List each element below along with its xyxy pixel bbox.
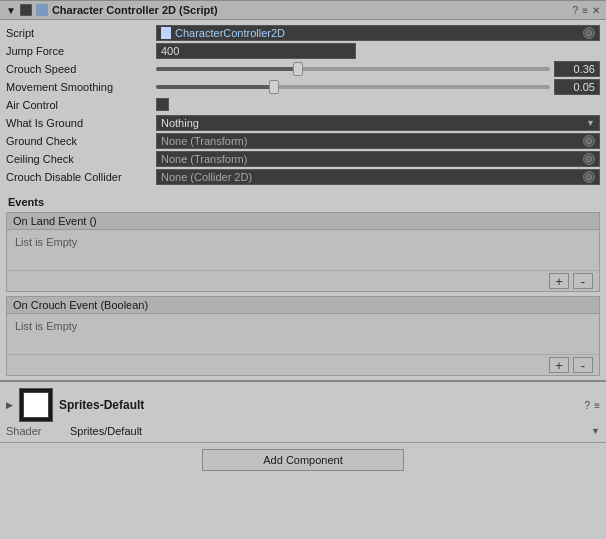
script-row: Script CharacterController2D ⊙ — [0, 24, 606, 42]
shader-dropdown-arrow-icon[interactable]: ▼ — [591, 426, 600, 436]
on-land-event-body: List is Empty — [7, 230, 599, 270]
ground-check-row: Ground Check None (Transform) ⊙ — [0, 132, 606, 150]
what-is-ground-label: What Is Ground — [6, 117, 156, 129]
fold-arrow-icon[interactable]: ▼ — [6, 5, 16, 16]
on-land-event-footer: + - — [7, 270, 599, 291]
script-field-container: CharacterController2D ⊙ — [156, 25, 600, 41]
component-body: Script CharacterController2D ⊙ Jump Forc… — [0, 20, 606, 190]
crouch-speed-fill — [156, 67, 298, 71]
crouch-disable-select-icon[interactable]: ⊙ — [583, 171, 595, 183]
what-is-ground-arrow-icon: ▼ — [586, 118, 595, 128]
on-land-event-block: On Land Event () List is Empty + - — [6, 212, 600, 292]
shader-label: Shader — [6, 425, 66, 437]
on-crouch-event-body: List is Empty — [7, 314, 599, 354]
on-crouch-minus-icon: - — [581, 358, 585, 373]
on-land-event-label: On Land Event () — [13, 215, 97, 227]
crouch-speed-label: Crouch Speed — [6, 63, 156, 75]
crouch-speed-track — [156, 67, 550, 71]
ceiling-check-select-icon[interactable]: ⊙ — [583, 153, 595, 165]
air-control-label: Air Control — [6, 99, 156, 111]
on-crouch-add-button[interactable]: + — [549, 357, 569, 373]
script-value: CharacterController2D — [175, 27, 285, 39]
sprites-header: ▶ Sprites-Default ? ≡ — [0, 386, 606, 424]
jump-force-label: Jump Force — [6, 45, 156, 57]
ground-check-label: Ground Check — [6, 135, 156, 147]
ceiling-check-field[interactable]: None (Transform) ⊙ — [156, 151, 600, 167]
script-select-icon[interactable]: ⊙ — [583, 27, 595, 39]
help-icon[interactable]: ? — [573, 5, 579, 16]
crouch-speed-row: Crouch Speed — [0, 60, 606, 78]
close-icon[interactable]: ✕ — [592, 5, 600, 16]
air-control-row: Air Control — [0, 96, 606, 114]
ground-check-field[interactable]: None (Transform) ⊙ — [156, 133, 600, 149]
on-land-add-button[interactable]: + — [549, 273, 569, 289]
crouch-disable-label: Crouch Disable Collider — [6, 171, 156, 183]
movement-smoothing-row: Movement Smoothing — [0, 78, 606, 96]
on-land-event-title: On Land Event () — [7, 213, 599, 230]
on-crouch-remove-button[interactable]: - — [573, 357, 593, 373]
movement-smoothing-thumb[interactable] — [269, 80, 279, 94]
sprites-settings-icon[interactable]: ≡ — [594, 400, 600, 411]
on-crouch-empty-label: List is Empty — [15, 320, 77, 332]
sprites-title: Sprites-Default — [59, 398, 579, 412]
on-land-plus-icon: + — [555, 274, 563, 289]
on-land-remove-button[interactable]: - — [573, 273, 593, 289]
sprites-icons: ? ≡ — [585, 400, 600, 411]
events-title: Events — [8, 196, 44, 208]
script-file-icon — [161, 27, 171, 39]
sprites-thumbnail — [19, 388, 53, 422]
crouch-speed-number[interactable] — [554, 61, 600, 77]
events-section: Events On Land Event () List is Empty + … — [0, 190, 606, 380]
crouch-disable-value: None (Collider 2D) — [161, 171, 252, 183]
settings-icon[interactable]: ≡ — [582, 5, 588, 16]
on-crouch-event-label: On Crouch Event (Boolean) — [13, 299, 148, 311]
ceiling-check-field-container: None (Transform) ⊙ — [156, 151, 600, 167]
on-crouch-event-block: On Crouch Event (Boolean) List is Empty … — [6, 296, 600, 376]
events-header: Events — [0, 192, 606, 210]
crouch-disable-field[interactable]: None (Collider 2D) ⊙ — [156, 169, 600, 185]
what-is-ground-row: What Is Ground Nothing ▼ — [0, 114, 606, 132]
component-header: ▼ Character Controller 2D (Script) ? ≡ ✕ — [0, 0, 606, 20]
ground-check-select-icon[interactable]: ⊙ — [583, 135, 595, 147]
crouch-disable-row: Crouch Disable Collider None (Collider 2… — [0, 168, 606, 186]
crouch-disable-field-container: None (Collider 2D) ⊙ — [156, 169, 600, 185]
on-land-minus-icon: - — [581, 274, 585, 289]
what-is-ground-dropdown[interactable]: Nothing ▼ — [156, 115, 600, 131]
script-label: Script — [6, 27, 156, 39]
movement-smoothing-number[interactable] — [554, 79, 600, 95]
script-icon — [36, 4, 48, 16]
jump-force-value-container — [156, 43, 600, 59]
on-crouch-plus-icon: + — [555, 358, 563, 373]
ceiling-check-label: Ceiling Check — [6, 153, 156, 165]
sprites-help-icon[interactable]: ? — [585, 400, 591, 411]
ground-check-field-container: None (Transform) ⊙ — [156, 133, 600, 149]
sprites-thumbnail-inner — [23, 392, 49, 418]
on-crouch-event-footer: + - — [7, 354, 599, 375]
movement-smoothing-track — [156, 85, 550, 89]
what-is-ground-value: Nothing — [161, 117, 199, 129]
movement-smoothing-fill — [156, 85, 274, 89]
bottom-bar: Add Component — [0, 442, 606, 477]
shader-value: Sprites/Default — [70, 425, 587, 437]
ceiling-check-row: Ceiling Check None (Transform) ⊙ — [0, 150, 606, 168]
movement-smoothing-container — [156, 79, 600, 95]
crouch-speed-thumb[interactable] — [293, 62, 303, 76]
jump-force-row: Jump Force — [0, 42, 606, 60]
air-control-checkbox[interactable] — [156, 98, 169, 111]
component-title: Character Controller 2D (Script) — [52, 4, 569, 16]
movement-smoothing-label: Movement Smoothing — [6, 81, 156, 93]
sprites-section: ▶ Sprites-Default ? ≡ Shader Sprites/Def… — [0, 380, 606, 442]
air-control-checkbox-container — [156, 98, 600, 113]
on-land-empty-label: List is Empty — [15, 236, 77, 248]
what-is-ground-dropdown-container: Nothing ▼ — [156, 115, 600, 131]
crouch-speed-slider-container — [156, 61, 600, 77]
ceiling-check-value: None (Transform) — [161, 153, 247, 165]
script-field[interactable]: CharacterController2D ⊙ — [156, 25, 600, 41]
add-component-button[interactable]: Add Component — [202, 449, 404, 471]
shader-row: Shader Sprites/Default ▼ — [0, 424, 606, 438]
on-crouch-event-title: On Crouch Event (Boolean) — [7, 297, 599, 314]
ground-check-value: None (Transform) — [161, 135, 247, 147]
jump-force-input[interactable] — [156, 43, 356, 59]
sprites-expand-arrow-icon[interactable]: ▶ — [6, 400, 13, 410]
active-checkbox[interactable] — [20, 4, 32, 16]
